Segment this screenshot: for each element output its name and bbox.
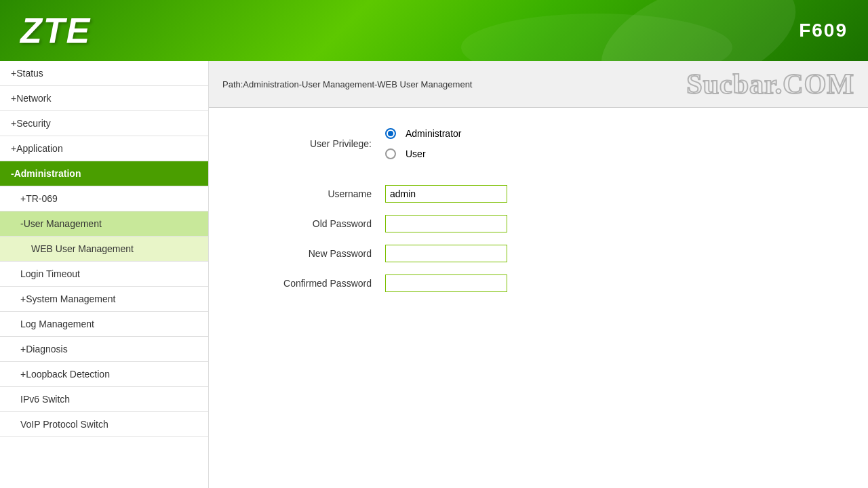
sidebar-item-log-management[interactable]: Log Management bbox=[0, 312, 208, 337]
confirmed-password-label: Confirmed Password bbox=[236, 278, 372, 289]
sidebar: +Status +Network +Security +Application … bbox=[0, 61, 209, 488]
username-input[interactable] bbox=[385, 185, 507, 203]
main-content: Path:Administration-User Management-WEB … bbox=[209, 61, 868, 488]
sidebar-item-voip-protocol-switch[interactable]: VoIP Protocol Switch bbox=[0, 412, 208, 437]
privilege-label: User Privilege: bbox=[236, 138, 372, 149]
sidebar-item-web-user-management-label: WEB User Management bbox=[31, 243, 134, 254]
sidebar-item-user-management-label: -User Management bbox=[20, 218, 102, 229]
sidebar-item-network[interactable]: +Network bbox=[0, 86, 208, 111]
breadcrumb: Path:Administration-User Management-WEB … bbox=[222, 79, 472, 89]
main-layout: +Status +Network +Security +Application … bbox=[0, 61, 868, 488]
old-password-input[interactable] bbox=[385, 215, 507, 232]
sidebar-item-system-management[interactable]: +System Management bbox=[0, 287, 208, 312]
model-label: F609 bbox=[799, 20, 848, 41]
sidebar-item-user-management[interactable]: -User Management bbox=[0, 211, 208, 237]
sidebar-item-web-user-management[interactable]: WEB User Management bbox=[0, 237, 208, 262]
privilege-row: User Privilege: Administrator User bbox=[236, 128, 841, 159]
sidebar-item-ipv6-switch[interactable]: IPv6 Switch bbox=[0, 387, 208, 412]
sidebar-item-security[interactable]: +Security bbox=[0, 111, 208, 136]
sidebar-item-voip-protocol-switch-label: VoIP Protocol Switch bbox=[20, 419, 108, 430]
new-password-input[interactable] bbox=[385, 245, 507, 262]
content-area: User Privilege: Administrator User Usern… bbox=[209, 108, 868, 488]
sidebar-item-login-timeout[interactable]: Login Timeout bbox=[0, 262, 208, 287]
user-radio-row: User bbox=[385, 148, 461, 159]
sidebar-item-administration-label: -Administration bbox=[11, 168, 81, 179]
sidebar-item-tr069-label: +TR-069 bbox=[20, 193, 58, 204]
new-password-label: New Password bbox=[236, 248, 372, 259]
sidebar-item-diagnosis-label: +Diagnosis bbox=[20, 344, 68, 354]
watermark: Sucbar.COM bbox=[686, 68, 854, 100]
admin-label: Administrator bbox=[406, 128, 461, 139]
sidebar-item-application[interactable]: +Application bbox=[0, 136, 208, 161]
admin-radio[interactable] bbox=[385, 128, 396, 139]
header: ZTE F609 bbox=[0, 0, 868, 61]
sidebar-item-login-timeout-label: Login Timeout bbox=[20, 268, 80, 279]
sidebar-item-loopback-detection-label: +Loopback Detection bbox=[20, 369, 110, 380]
admin-radio-row: Administrator bbox=[385, 128, 461, 139]
sidebar-item-status-label: +Status bbox=[11, 68, 43, 79]
old-password-row: Old Password bbox=[236, 215, 841, 232]
sidebar-item-tr069[interactable]: +TR-069 bbox=[0, 186, 208, 211]
sidebar-item-system-management-label: +System Management bbox=[20, 293, 115, 304]
sidebar-item-application-label: +Application bbox=[11, 143, 63, 154]
confirmed-password-row: Confirmed Password bbox=[236, 274, 841, 292]
new-password-row: New Password bbox=[236, 245, 841, 262]
sidebar-item-loopback-detection[interactable]: +Loopback Detection bbox=[0, 362, 208, 387]
old-password-label: Old Password bbox=[236, 218, 372, 229]
confirmed-password-input[interactable] bbox=[385, 274, 507, 292]
user-label: User bbox=[406, 148, 426, 159]
sidebar-item-administration[interactable]: -Administration bbox=[0, 161, 208, 186]
privilege-options: Administrator User bbox=[385, 128, 461, 159]
username-row: Username bbox=[236, 185, 841, 203]
username-label: Username bbox=[236, 188, 372, 199]
breadcrumb-bar: Path:Administration-User Management-WEB … bbox=[209, 61, 868, 108]
sidebar-item-ipv6-switch-label: IPv6 Switch bbox=[20, 394, 70, 405]
user-radio[interactable] bbox=[385, 148, 396, 159]
sidebar-item-status[interactable]: +Status bbox=[0, 61, 208, 86]
sidebar-item-security-label: +Security bbox=[11, 118, 51, 129]
sidebar-item-network-label: +Network bbox=[11, 93, 52, 104]
sidebar-item-log-management-label: Log Management bbox=[20, 319, 94, 329]
sidebar-item-diagnosis[interactable]: +Diagnosis bbox=[0, 337, 208, 362]
zte-logo: ZTE bbox=[20, 10, 91, 51]
